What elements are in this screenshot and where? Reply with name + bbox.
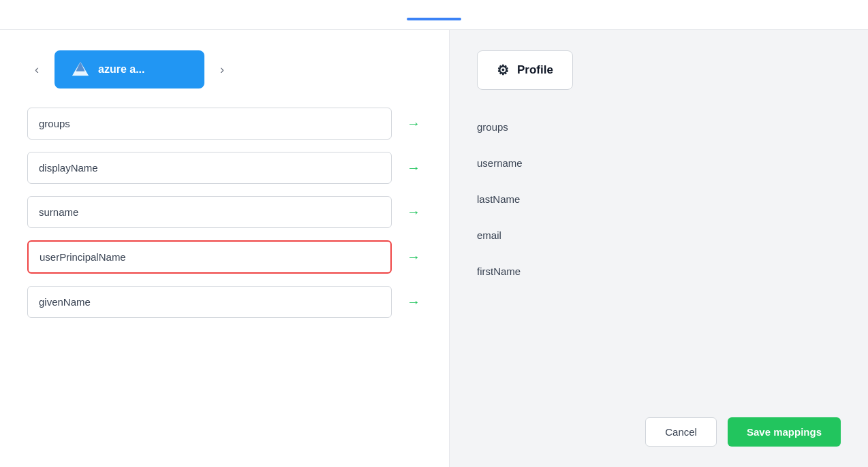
mapping-row-givenname: → [27,286,422,318]
arrow-icon-groups: → [405,116,422,131]
prev-arrow[interactable]: ‹ [27,60,46,79]
mapping-row-displayname: → [27,152,422,184]
target-row-lastname: lastName [477,181,841,217]
left-panel: ‹ azure a... › → → → → [0,30,450,467]
main-content: ‹ azure a... › → → → → [0,30,868,467]
target-row-username: username [477,145,841,181]
azure-logo-icon [71,60,90,79]
target-label-firstname: firstName [477,265,521,277]
mapping-row-groups: → [27,108,422,140]
bottom-actions: Cancel Save mappings [477,401,841,447]
arrow-icon-surname: → [405,204,422,220]
target-row-firstname: firstName [477,253,841,289]
mapping-row-surname: → [27,196,422,228]
target-fields-list: groups username lastName email firstName [477,109,841,401]
arrow-icon-givenname: → [405,294,422,310]
mapping-row-userprincipalname: → [27,240,422,274]
target-label-lastname: lastName [477,193,520,205]
right-panel: ⚙ Profile groups username lastName email… [450,30,868,467]
target-label-groups: groups [477,121,508,133]
arrow-icon-userprincipalname: → [405,249,422,265]
cancel-button[interactable]: Cancel [645,417,717,447]
top-bar [0,0,868,30]
source-header: ‹ azure a... › [27,50,422,88]
target-label-username: username [477,157,523,169]
profile-label: Profile [517,63,553,77]
svg-marker-1 [76,62,84,71]
source-field-surname[interactable] [27,196,392,228]
next-arrow[interactable]: › [213,60,232,79]
azure-button-label: azure a... [98,63,144,76]
progress-indicator [407,18,461,20]
save-mappings-button[interactable]: Save mappings [728,417,841,447]
profile-button[interactable]: ⚙ Profile [477,50,573,90]
source-field-givenname[interactable] [27,286,392,318]
target-row-email: email [477,217,841,253]
source-field-userprincipalname[interactable] [27,240,392,274]
target-label-email: email [477,229,501,241]
source-field-groups[interactable] [27,108,392,140]
source-field-displayname[interactable] [27,152,392,184]
azure-source-button[interactable]: azure a... [55,50,204,88]
target-row-groups: groups [477,109,841,145]
gear-icon: ⚙ [497,62,509,78]
arrow-icon-displayname: → [405,160,422,176]
